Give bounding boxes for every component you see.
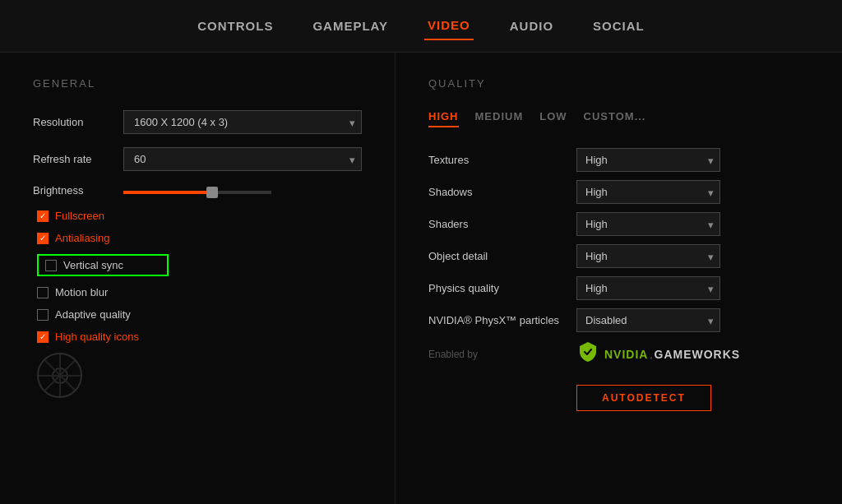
- physics-quality-select-wrapper: High: [576, 276, 720, 300]
- wheel-icon-container: [37, 353, 362, 398]
- resolution-select[interactable]: 1600 X 1200 (4 x 3): [123, 110, 362, 134]
- gameworks-text: GAMEWORKS: [655, 348, 741, 361]
- vsync-label: Vertical sync: [63, 259, 123, 271]
- tab-custom[interactable]: CUSTOM...: [584, 110, 646, 127]
- brightness-row: Brightness: [33, 184, 362, 197]
- nav-video[interactable]: VIDEO: [424, 12, 474, 40]
- refresh-row: Refresh rate 60: [33, 147, 362, 171]
- shaders-row: Shaders High: [428, 212, 809, 236]
- general-panel: GENERAL Resolution 1600 X 1200 (4 x 3) R…: [0, 53, 395, 504]
- nvidia-text-block: NVIDIA . GAMEWORKS: [604, 348, 740, 361]
- physics-quality-select[interactable]: High: [576, 276, 720, 300]
- quality-title: QUALITY: [428, 77, 809, 90]
- main-content: GENERAL Resolution 1600 X 1200 (4 x 3) R…: [0, 53, 842, 504]
- refresh-select[interactable]: 60: [123, 147, 362, 171]
- motion-blur-row[interactable]: Motion blur: [37, 286, 362, 298]
- nav-social[interactable]: SOCIAL: [590, 12, 648, 39]
- nav-controls[interactable]: CONTROLS: [194, 12, 276, 39]
- object-detail-label: Object detail: [428, 250, 576, 262]
- textures-select[interactable]: High: [576, 148, 720, 172]
- brightness-track[interactable]: [123, 191, 271, 194]
- hq-icons-label: High quality icons: [55, 331, 139, 343]
- nav-audio[interactable]: AUDIO: [507, 12, 557, 39]
- nvidia-gameworks-logo: NVIDIA . GAMEWORKS: [576, 340, 740, 368]
- physx-select-wrapper: Disabled: [576, 308, 720, 332]
- textures-select-wrapper: High: [576, 148, 720, 172]
- physx-select[interactable]: Disabled: [576, 308, 720, 332]
- physx-label: NVIDIA® PhysX™ particles: [428, 314, 576, 326]
- quality-tabs: HIGH MEDIUM LOW CUSTOM...: [428, 110, 809, 127]
- object-detail-select-wrapper: High: [576, 244, 720, 268]
- vsync-checkbox[interactable]: [45, 260, 57, 271]
- shadows-label: Shadows: [428, 186, 576, 198]
- hq-icons-row[interactable]: High quality icons: [37, 331, 362, 343]
- antialiasing-label: Antialiasing: [55, 232, 110, 244]
- nvidia-row: Enabled by NVIDIA . GAMEWORKS: [428, 340, 809, 368]
- resolution-select-wrapper: 1600 X 1200 (4 x 3): [123, 110, 362, 134]
- motion-blur-label: Motion blur: [55, 286, 108, 298]
- object-detail-select[interactable]: High: [576, 244, 720, 268]
- resolution-row: Resolution 1600 X 1200 (4 x 3): [33, 110, 362, 134]
- nav-gameplay[interactable]: GAMEPLAY: [309, 12, 391, 39]
- brightness-label: Brightness: [33, 184, 123, 197]
- nvidia-dot: .: [650, 350, 652, 360]
- shaders-select[interactable]: High: [576, 212, 720, 236]
- enabled-by-label: Enabled by: [428, 349, 576, 360]
- shadows-select[interactable]: High: [576, 180, 720, 204]
- top-navigation: CONTROLS GAMEPLAY VIDEO AUDIO SOCIAL: [0, 0, 842, 53]
- shadows-row: Shadows High: [428, 180, 809, 204]
- textures-label: Textures: [428, 154, 576, 166]
- antialiasing-checkbox[interactable]: [37, 233, 49, 244]
- refresh-label: Refresh rate: [33, 153, 123, 165]
- shaders-select-wrapper: High: [576, 212, 720, 236]
- nvidia-shield-icon: [576, 340, 599, 368]
- fullscreen-label: Fullscreen: [55, 210, 104, 222]
- fullscreen-checkbox[interactable]: [37, 210, 49, 222]
- shadows-select-wrapper: High: [576, 180, 720, 204]
- adaptive-quality-label: Adaptive quality: [55, 308, 131, 321]
- vsync-row[interactable]: Vertical sync: [37, 254, 169, 276]
- adaptive-quality-row[interactable]: Adaptive quality: [37, 308, 362, 321]
- autodetect-button[interactable]: AUTODETECT: [576, 385, 711, 411]
- quality-panel: QUALITY HIGH MEDIUM LOW CUSTOM... Textur…: [395, 53, 842, 504]
- brightness-thumb[interactable]: [206, 187, 218, 198]
- tab-high[interactable]: HIGH: [428, 110, 459, 127]
- tab-low[interactable]: LOW: [539, 110, 567, 127]
- refresh-select-wrapper: 60: [123, 147, 362, 171]
- antialiasing-row[interactable]: Antialiasing: [37, 232, 362, 244]
- object-detail-row: Object detail High: [428, 244, 809, 268]
- fullscreen-row[interactable]: Fullscreen: [37, 210, 362, 222]
- physics-quality-label: Physics quality: [428, 282, 576, 294]
- hq-icons-checkbox[interactable]: [37, 331, 49, 343]
- tab-medium[interactable]: MEDIUM: [475, 110, 524, 127]
- brightness-control: [123, 187, 362, 194]
- physx-row: NVIDIA® PhysX™ particles Disabled: [428, 308, 809, 332]
- resolution-label: Resolution: [33, 116, 123, 128]
- general-title: GENERAL: [33, 77, 362, 90]
- wheel-icon: [37, 353, 82, 398]
- nvidia-brand-name: NVIDIA: [604, 348, 648, 361]
- brightness-fill: [123, 191, 212, 194]
- shaders-label: Shaders: [428, 218, 576, 230]
- motion-blur-checkbox[interactable]: [37, 287, 49, 298]
- textures-row: Textures High: [428, 148, 809, 172]
- adaptive-quality-checkbox[interactable]: [37, 309, 49, 321]
- physics-quality-row: Physics quality High: [428, 276, 809, 300]
